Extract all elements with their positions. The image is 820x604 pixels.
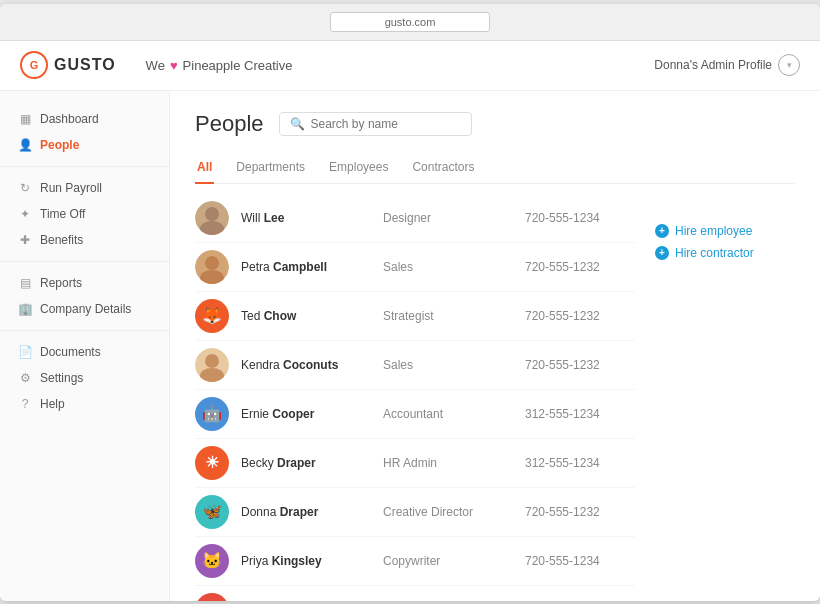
sidebar: ▦ Dashboard 👤 People ↻ Run Payroll ✦ Tim… [0, 91, 170, 601]
people-icon: 👤 [18, 138, 32, 152]
sidebar-item-documents[interactable]: 📄 Documents [0, 339, 169, 365]
time-off-icon: ✦ [18, 207, 32, 221]
table-row[interactable]: 🦊 Peggy Ohana Strategist 720-555-1234 [195, 586, 635, 601]
user-profile-label: Donna's Admin Profile [654, 58, 772, 72]
avatar: 🦊 [195, 593, 229, 601]
person-role: Sales [383, 358, 513, 372]
sidebar-label-help: Help [40, 397, 65, 411]
person-role: Creative Director [383, 505, 513, 519]
person-phone: 720-555-1232 [525, 358, 600, 372]
avatar: ☀ [195, 446, 229, 480]
search-input[interactable] [311, 117, 461, 131]
sidebar-item-reports[interactable]: ▤ Reports [0, 270, 169, 296]
content-area: People 🔍 All Departments Employees Contr… [170, 91, 820, 601]
sidebar-item-benefits[interactable]: ✚ Benefits [0, 227, 169, 253]
person-role: Designer [383, 211, 513, 225]
person-phone: 720-555-1234 [525, 554, 600, 568]
reports-icon: ▤ [18, 276, 32, 290]
url-bar: gusto.com [330, 12, 490, 32]
table-row[interactable]: 🤖 Ernie Cooper Accountant 312-555-1234 [195, 390, 635, 439]
hire-contractor-button[interactable]: + Hire contractor [655, 246, 795, 260]
table-row[interactable]: Petra Campbell Sales 720-555-1232 [195, 243, 635, 292]
sidebar-item-people[interactable]: 👤 People [0, 132, 169, 158]
person-role: Strategist [383, 309, 513, 323]
sidebar-item-time-off[interactable]: ✦ Time Off [0, 201, 169, 227]
tab-contractors[interactable]: Contractors [410, 152, 476, 184]
settings-icon: ⚙ [18, 371, 32, 385]
documents-icon: 📄 [18, 345, 32, 359]
tagline-pre: We [146, 58, 165, 73]
sidebar-divider-1 [0, 166, 169, 167]
sidebar-label-dashboard: Dashboard [40, 112, 99, 126]
browser-window: gusto.com G GUSTO We ♥ Pineapple Creativ… [0, 4, 820, 601]
person-name: Donna Draper [241, 505, 371, 519]
table-row[interactable]: 🦋 Donna Draper Creative Director 720-555… [195, 488, 635, 537]
sidebar-label-time-off: Time Off [40, 207, 85, 221]
table-row[interactable]: ☀ Becky Draper HR Admin 312-555-1234 [195, 439, 635, 488]
sidebar-label-run-payroll: Run Payroll [40, 181, 102, 195]
person-phone: 312-555-1234 [525, 456, 600, 470]
person-name: Ernie Cooper [241, 407, 371, 421]
user-profile[interactable]: Donna's Admin Profile ▾ [654, 54, 800, 76]
sidebar-label-reports: Reports [40, 276, 82, 290]
sidebar-item-settings[interactable]: ⚙ Settings [0, 365, 169, 391]
logo-text: GUSTO [54, 56, 116, 74]
person-name: Petra Campbell [241, 260, 371, 274]
table-row[interactable]: Kendra Coconuts Sales 720-555-1232 [195, 341, 635, 390]
sidebar-item-company-details[interactable]: 🏢 Company Details [0, 296, 169, 322]
sidebar-label-company-details: Company Details [40, 302, 131, 316]
sidebar-divider-2 [0, 261, 169, 262]
avatar: 🤖 [195, 397, 229, 431]
top-bar: G GUSTO We ♥ Pineapple Creative Donna's … [0, 41, 820, 91]
sidebar-item-help[interactable]: ? Help [0, 391, 169, 417]
person-role: HR Admin [383, 456, 513, 470]
company-icon: 🏢 [18, 302, 32, 316]
tab-departments[interactable]: Departments [234, 152, 307, 184]
person-role: Accountant [383, 407, 513, 421]
logo-icon: G [20, 51, 48, 79]
tab-employees[interactable]: Employees [327, 152, 390, 184]
sidebar-item-dashboard[interactable]: ▦ Dashboard [0, 106, 169, 132]
people-list: Will Lee Designer 720-555-1234 Petra Cam… [195, 194, 635, 601]
app-container: G GUSTO We ♥ Pineapple Creative Donna's … [0, 41, 820, 601]
person-name: Becky Draper [241, 456, 371, 470]
person-phone: 312-555-1234 [525, 407, 600, 421]
table-row[interactable]: Will Lee Designer 720-555-1234 [195, 194, 635, 243]
person-role: Sales [383, 260, 513, 274]
sidebar-item-run-payroll[interactable]: ↻ Run Payroll [0, 175, 169, 201]
avatar: 🦊 [195, 299, 229, 333]
page-header: People 🔍 [195, 111, 795, 137]
page-title: People [195, 111, 264, 137]
logo: G GUSTO [20, 51, 116, 79]
hire-contractor-label: Hire contractor [675, 246, 754, 260]
tagline: We ♥ Pineapple Creative [146, 58, 293, 73]
list-and-panel: Will Lee Designer 720-555-1234 Petra Cam… [195, 194, 795, 601]
hire-employee-button[interactable]: + Hire employee [655, 224, 795, 238]
person-phone: 720-555-1232 [525, 309, 600, 323]
person-phone: 720-555-1232 [525, 505, 600, 519]
person-phone: 720-555-1232 [525, 260, 600, 274]
hire-employee-label: Hire employee [675, 224, 752, 238]
sidebar-label-people: People [40, 138, 79, 152]
person-phone: 720-555-1234 [525, 211, 600, 225]
sidebar-label-benefits: Benefits [40, 233, 83, 247]
avatar: 🦋 [195, 495, 229, 529]
main-content: ▦ Dashboard 👤 People ↻ Run Payroll ✦ Tim… [0, 91, 820, 601]
sidebar-divider-3 [0, 330, 169, 331]
avatar: 🐱 [195, 544, 229, 578]
hire-contractor-icon: + [655, 246, 669, 260]
person-role: Copywriter [383, 554, 513, 568]
benefits-icon: ✚ [18, 233, 32, 247]
search-box[interactable]: 🔍 [279, 112, 472, 136]
person-name: Will Lee [241, 211, 371, 225]
table-row[interactable]: 🦊 Ted Chow Strategist 720-555-1232 [195, 292, 635, 341]
run-payroll-icon: ↻ [18, 181, 32, 195]
dashboard-icon: ▦ [18, 112, 32, 126]
svg-point-4 [205, 256, 219, 270]
tab-all[interactable]: All [195, 152, 214, 184]
hire-employee-icon: + [655, 224, 669, 238]
svg-point-1 [205, 207, 219, 221]
table-row[interactable]: 🐱 Priya Kingsley Copywriter 720-555-1234 [195, 537, 635, 586]
browser-bar: gusto.com [0, 4, 820, 41]
search-icon: 🔍 [290, 117, 305, 131]
